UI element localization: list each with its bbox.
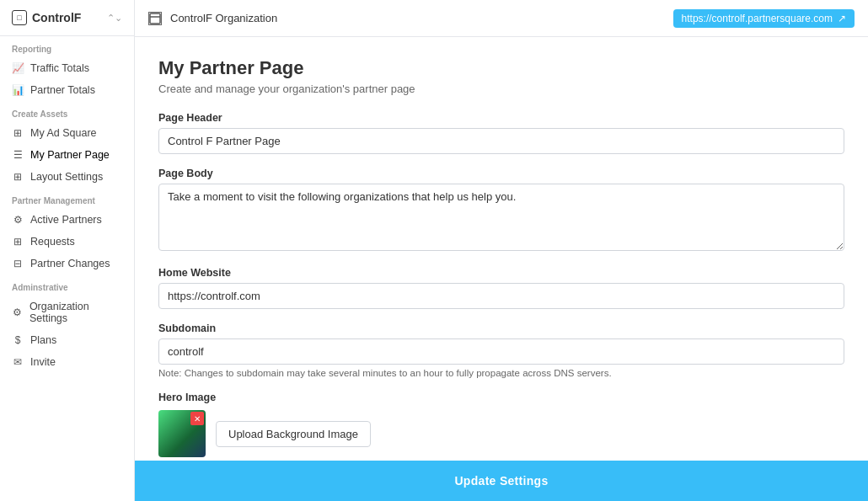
sidebar-item-partner-changes[interactable]: ⊟ Partner Changes: [0, 253, 134, 274]
traffic-totals-icon: 📈: [12, 62, 24, 74]
footer-bar: Update Settings: [135, 461, 868, 501]
sidebar-item-layout-settings[interactable]: ⊞ Layout Settings: [0, 166, 134, 188]
sidebar-item-label: My Partner Page: [30, 149, 110, 161]
subdomain-label: Subdomain: [158, 322, 844, 334]
field-group-home-website: Home Website: [158, 267, 844, 309]
hero-image-row: ✕ Upload Background Image: [158, 410, 844, 457]
page-header-label: Page Header: [158, 112, 844, 124]
sidebar-logo: □ ControlF: [12, 10, 81, 25]
section-label-partner-management: Partner Management: [0, 188, 134, 209]
subdomain-input[interactable]: [158, 338, 844, 365]
sidebar-chevron-icon[interactable]: ⌃⌄: [107, 13, 122, 24]
page-body-label: Page Body: [158, 168, 844, 179]
sidebar-item-label: My Ad Square: [30, 127, 97, 139]
layout-settings-icon: ⊞: [12, 171, 24, 183]
sidebar-item-organization-settings[interactable]: ⚙ Organization Settings: [0, 296, 134, 329]
partner-totals-icon: 📊: [12, 84, 24, 96]
invite-icon: ✉: [12, 356, 24, 368]
sidebar-item-label: Invite: [30, 356, 56, 368]
page-title: My Partner Page: [158, 57, 844, 79]
url-external-icon: ↗: [838, 13, 846, 24]
my-ad-square-icon: ⊞: [12, 127, 24, 139]
hero-image-section: Hero Image ✕ Upload Background Image: [158, 392, 844, 457]
field-group-subdomain: Subdomain Note: Changes to subdomain may…: [158, 322, 844, 378]
topbar: ControlF Organization https://controlf.p…: [135, 0, 868, 37]
field-group-page-body: Page Body Take a moment to visit the fol…: [158, 168, 844, 253]
subdomain-note: Note: Changes to subdomain may take seve…: [158, 368, 844, 378]
svg-rect-0: [150, 13, 160, 24]
hero-image-remove-button[interactable]: ✕: [190, 412, 204, 425]
sidebar-item-active-partners[interactable]: ⚙ Active Partners: [0, 209, 134, 231]
page-subtitle: Create and manage your organization's pa…: [158, 83, 844, 95]
page-header-input[interactable]: [158, 128, 844, 154]
sidebar-header: □ ControlF ⌃⌄: [0, 0, 134, 36]
sidebar-item-label: Traffic Totals: [30, 62, 89, 74]
content-area: My Partner Page Create and manage your o…: [135, 37, 868, 461]
org-name: ControlF Organization: [170, 12, 277, 24]
active-partners-icon: ⚙: [12, 214, 24, 226]
org-settings-icon: ⚙: [12, 306, 23, 318]
sidebar-item-label: Organization Settings: [29, 301, 122, 324]
upload-background-image-button[interactable]: Upload Background Image: [216, 421, 371, 447]
hero-image-thumb: ✕: [158, 410, 206, 457]
page-body-textarea[interactable]: Take a moment to visit the following org…: [158, 184, 844, 251]
url-badge-text: https://controlf.partnersquare.com: [682, 13, 833, 24]
my-partner-page-icon: ☰: [12, 149, 24, 161]
requests-icon: ⊞: [12, 236, 24, 248]
plans-icon: $: [12, 334, 24, 346]
sidebar-item-label: Requests: [30, 236, 75, 248]
sidebar-item-requests[interactable]: ⊞ Requests: [0, 231, 134, 253]
sidebar-item-my-ad-square[interactable]: ⊞ My Ad Square: [0, 122, 134, 144]
sidebar-item-invite[interactable]: ✉ Invite: [0, 351, 134, 373]
sidebar-item-label: Active Partners: [30, 214, 102, 226]
sidebar-item-label: Partner Changes: [30, 258, 110, 269]
section-label-administrative: Adminstrative: [0, 274, 134, 296]
sidebar-item-label: Layout Settings: [30, 171, 103, 183]
partner-changes-icon: ⊟: [12, 258, 24, 269]
section-label-create-assets: Create Assets: [0, 101, 134, 122]
sidebar-item-my-partner-page[interactable]: ☰ My Partner Page: [0, 144, 134, 166]
url-badge[interactable]: https://controlf.partnersquare.com ↗: [673, 9, 855, 28]
update-settings-button[interactable]: Update Settings: [454, 474, 548, 488]
app-shell: □ ControlF ⌃⌄ Reporting 📈 Traffic Totals…: [0, 0, 868, 501]
sidebar: □ ControlF ⌃⌄ Reporting 📈 Traffic Totals…: [0, 0, 135, 501]
section-label-reporting: Reporting: [0, 36, 134, 57]
sidebar-item-plans[interactable]: $ Plans: [0, 329, 134, 351]
sidebar-item-partner-totals[interactable]: 📊 Partner Totals: [0, 79, 134, 101]
sidebar-item-label: Plans: [30, 334, 56, 346]
hero-image-label: Hero Image: [158, 392, 844, 403]
home-website-label: Home Website: [158, 267, 844, 279]
field-group-page-header: Page Header: [158, 112, 844, 154]
logo-icon: □: [12, 10, 27, 25]
home-website-input[interactable]: [158, 283, 844, 309]
app-name: ControlF: [32, 11, 81, 24]
org-icon: [148, 12, 162, 25]
sidebar-item-label: Partner Totals: [30, 84, 95, 96]
main-content: My Partner Page Create and manage your o…: [135, 37, 868, 461]
sidebar-item-traffic-totals[interactable]: 📈 Traffic Totals: [0, 57, 134, 79]
